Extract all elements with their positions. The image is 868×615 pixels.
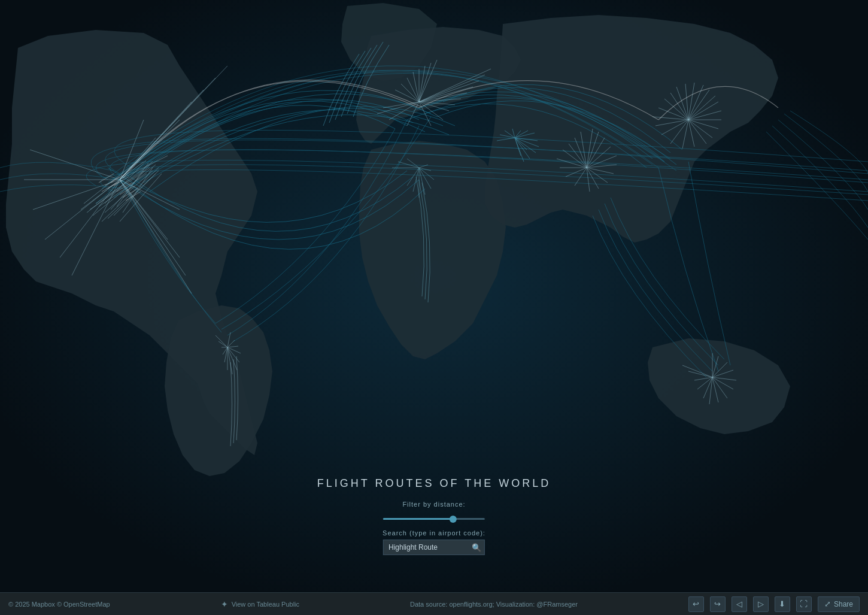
bottom-bar: © 2025 Mapbox © OpenStreetMap ✦ View on … [0,592,868,615]
redo-button[interactable]: ↪ [710,596,726,612]
filter-label: Filter by distance: [317,501,551,508]
distance-slider[interactable] [383,518,485,520]
search-section: Search (type in airport code): 🔍 [317,529,551,555]
bottom-right-controls: ↩ ↪ ◁ ▷ ⬇ ⛶ ⤢ Share [688,596,860,612]
share-button[interactable]: ⤢ Share [818,596,860,612]
back-button[interactable]: ◁ [732,596,747,612]
fullscreen-button[interactable]: ⛶ [796,596,812,612]
viz-title: FLIGHT ROUTES OF THE WORLD [317,477,551,490]
tableau-icon: ✦ [221,599,228,609]
download-button[interactable]: ⬇ [775,596,790,612]
data-source-text: Data source: openflights.org; Visualizat… [410,601,578,608]
forward-button[interactable]: ▷ [753,596,769,612]
search-wrapper: 🔍 [383,540,485,555]
copyright-text: © 2025 Mapbox © OpenStreetMap [8,601,110,608]
search-label: Search (type in airport code): [317,529,551,537]
info-panel: FLIGHT ROUTES OF THE WORLD Filter by dis… [317,477,551,555]
map-container: FLIGHT ROUTES OF THE WORLD Filter by dis… [0,0,868,615]
filter-section: Filter by distance: [317,501,551,522]
share-icon: ⤢ [824,599,831,608]
search-input[interactable] [383,540,485,555]
undo-button[interactable]: ↩ [688,596,704,612]
tableau-link[interactable]: ✦ View on Tableau Public [221,599,299,609]
